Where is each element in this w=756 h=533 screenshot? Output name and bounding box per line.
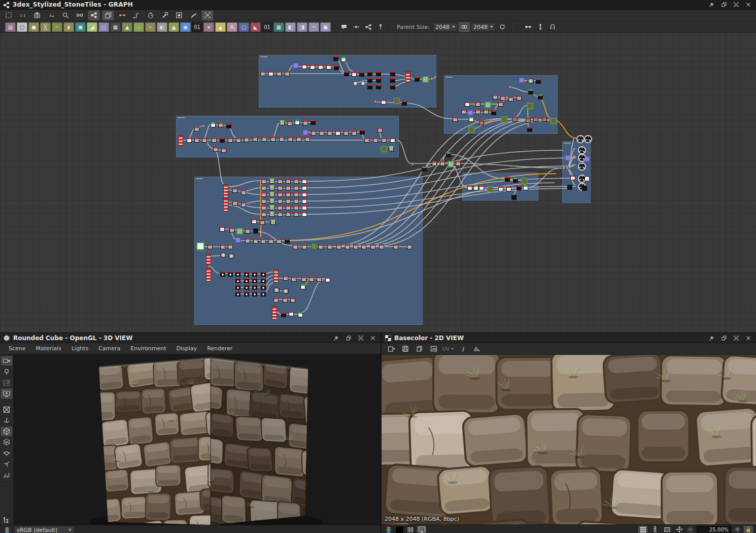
sidebar-turntable-button[interactable]	[1, 459, 12, 469]
graph-node-v[interactable]	[513, 178, 518, 183]
graph-node-r[interactable]	[296, 137, 301, 142]
graph-node-k[interactable]	[491, 110, 496, 115]
graph-node-w[interactable]	[325, 277, 330, 282]
graph-node-w[interactable]	[252, 219, 257, 224]
graph-node-r[interactable]	[212, 138, 217, 143]
graph-node-r[interactable]	[288, 137, 293, 142]
graph-node-r[interactable]	[278, 198, 283, 204]
graph-node-d[interactable]	[235, 291, 240, 296]
graph-node-k[interactable]	[367, 71, 372, 76]
graph-node-c[interactable]	[228, 254, 234, 258]
node-half-tone[interactable]: ◐	[157, 22, 167, 32]
graph-node-r[interactable]	[305, 137, 310, 142]
parent-size-link-button[interactable]	[459, 22, 470, 32]
graph-node-c[interactable]	[220, 253, 226, 257]
sidebar-camera-view-button[interactable]	[1, 356, 12, 365]
node-switch-01[interactable]: 01	[262, 22, 272, 32]
graph-node-r[interactable]	[290, 297, 295, 303]
graph-node-T[interactable]	[272, 306, 277, 319]
graph-node-r[interactable]	[261, 179, 266, 184]
node-splatter[interactable]: ∗	[203, 22, 214, 32]
tool-graph-tools[interactable]	[159, 11, 170, 20]
zoom-in-button[interactable]: +	[734, 526, 741, 533]
graph-node-r[interactable]	[194, 138, 199, 143]
graph-node-e[interactable]	[469, 117, 474, 122]
graph-node-r[interactable]	[291, 277, 296, 282]
graph-node-g[interactable]	[236, 228, 243, 235]
graph-node-b[interactable]	[253, 228, 258, 234]
node-tile-sampler[interactable]: ▦	[110, 22, 121, 32]
graph-node-v[interactable]	[528, 89, 533, 94]
graph-node-r[interactable]	[345, 244, 350, 249]
view3d-viewport[interactable]	[14, 354, 381, 525]
graph-node-r[interactable]	[294, 192, 299, 197]
graph-node-d[interactable]	[261, 272, 266, 277]
graph-node-k[interactable]	[415, 77, 420, 82]
graph-node-d[interactable]	[252, 272, 257, 277]
graph-node-w[interactable]	[289, 311, 294, 316]
graph-node-w[interactable]	[498, 186, 503, 191]
graph-node-l[interactable]	[280, 120, 285, 125]
graph-node-w[interactable]	[302, 198, 307, 204]
graph-node-w[interactable]	[302, 179, 307, 184]
graph-node-u[interactable]	[468, 110, 473, 115]
view2d-pin-button[interactable]	[708, 335, 715, 342]
tool-link-display[interactable]	[74, 11, 85, 20]
graph-node-r[interactable]	[245, 238, 250, 243]
graph-node-o[interactable]	[584, 135, 592, 143]
graph-node-w[interactable]	[467, 185, 472, 190]
graph-node-w[interactable]	[570, 175, 575, 180]
graph-node-T[interactable]	[223, 184, 228, 197]
node-blur-slope[interactable]: ◗	[63, 22, 74, 32]
tool-pin[interactable]	[375, 22, 386, 32]
graph-node-d[interactable]	[235, 285, 240, 290]
graph-node-k[interactable]	[390, 78, 395, 83]
graph-node-u[interactable]	[235, 238, 240, 243]
graph-node-r[interactable]	[453, 117, 458, 122]
node-gradient-linear-2[interactable]: ◨	[297, 22, 307, 32]
graph-node-r[interactable]	[327, 244, 332, 249]
node-mirror[interactable]: ▲	[215, 22, 226, 32]
graph-node-r[interactable]	[277, 71, 282, 76]
graph-node-G[interactable]	[501, 116, 507, 123]
tool-clean-graph[interactable]	[188, 11, 199, 20]
lock-zoom-button[interactable]	[744, 526, 753, 533]
view3d-pin-button[interactable]	[333, 335, 340, 342]
graph-node-m[interactable]	[566, 166, 569, 170]
fit-frame-button[interactable]	[663, 526, 672, 533]
node-directional-warp[interactable]: ╳	[40, 22, 51, 32]
tool-save-image[interactable]	[400, 344, 411, 354]
graph-node-r[interactable]	[294, 179, 299, 184]
parent-size-reset-button[interactable]	[497, 22, 508, 32]
tool-elbow-links[interactable]	[131, 11, 142, 20]
graph-node-m[interactable]	[508, 85, 511, 88]
graph-node-w[interactable]	[268, 71, 273, 76]
graph-node-d[interactable]	[235, 278, 240, 283]
checker-swatch[interactable]	[406, 526, 414, 533]
graph-node-r[interactable]	[229, 227, 234, 232]
graph-node-w[interactable]	[479, 185, 484, 190]
tool-dot-node[interactable]	[351, 22, 362, 32]
graph-node-r[interactable]	[220, 244, 225, 249]
graph-node-o2[interactable]	[361, 81, 365, 86]
graph-node-w[interactable]	[220, 226, 225, 231]
graph-node-r[interactable]	[500, 95, 505, 101]
graph-node-g[interactable]	[422, 76, 429, 83]
graph-node-w[interactable]	[302, 64, 307, 69]
node-bitmap[interactable]: ▤	[5, 22, 16, 32]
graph-node-r[interactable]	[353, 244, 358, 249]
graph-node-u[interactable]	[585, 156, 590, 161]
graph-node-r[interactable]	[208, 244, 213, 249]
menu-display[interactable]: Display	[172, 344, 202, 353]
view3d-maximize-button[interactable]	[357, 335, 364, 342]
graph-node-l[interactable]	[389, 146, 394, 151]
graph-node-d[interactable]	[252, 278, 257, 283]
graph-node-r[interactable]	[311, 130, 316, 136]
graph-node-T[interactable]	[223, 198, 228, 211]
graph-node-r[interactable]	[268, 239, 273, 244]
node-flood-fill[interactable]: ◣	[250, 22, 261, 32]
tool-comment[interactable]	[338, 22, 350, 32]
view2d-close-button[interactable]	[745, 335, 752, 342]
graph-node-r[interactable]	[377, 127, 383, 132]
graph-node-o[interactable]	[576, 135, 585, 143]
